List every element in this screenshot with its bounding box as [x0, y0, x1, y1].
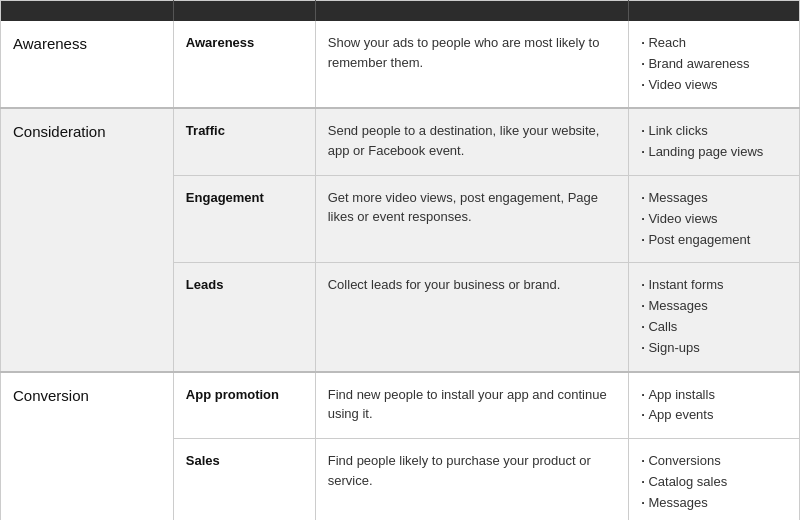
good-for-item: App installs: [641, 385, 787, 406]
table-header-row: [1, 1, 800, 22]
objective-cell: Traffic: [173, 108, 315, 175]
header-stage: [1, 1, 174, 22]
stage-cell: Awareness: [1, 21, 174, 108]
good-for-item: Reach: [641, 33, 787, 54]
objective-cell: Awareness: [173, 21, 315, 108]
good-for-item: Video views: [641, 209, 787, 230]
good-for-item: Messages: [641, 296, 787, 317]
table-row: ConsiderationTrafficSend people to a des…: [1, 108, 800, 175]
campaign-objectives-table: AwarenessAwarenessShow your ads to peopl…: [0, 0, 800, 520]
good-for-item: Link clicks: [641, 121, 787, 142]
good-for-item: Catalog sales: [641, 472, 787, 493]
good-for-item: Calls: [641, 317, 787, 338]
goals-cell: Show your ads to people who are most lik…: [315, 21, 628, 108]
goals-cell: Find people likely to purchase your prod…: [315, 439, 628, 520]
good-for-cell: Link clicksLanding page views: [629, 108, 800, 175]
good-for-item: Conversions: [641, 451, 787, 472]
header-objectives: [173, 1, 315, 22]
good-for-item: Brand awareness: [641, 54, 787, 75]
good-for-cell: ReachBrand awarenessVideo views: [629, 21, 800, 108]
good-for-item: Landing page views: [641, 142, 787, 163]
table-row: AwarenessAwarenessShow your ads to peopl…: [1, 21, 800, 108]
objective-cell: Sales: [173, 439, 315, 520]
good-for-item: Messages: [641, 188, 787, 209]
good-for-item: Instant forms: [641, 275, 787, 296]
goals-cell: Get more video views, post engagement, P…: [315, 175, 628, 262]
good-for-item: Video views: [641, 75, 787, 96]
goals-cell: Collect leads for your business or brand…: [315, 263, 628, 372]
header-good-for: [629, 1, 800, 22]
table-row: ConversionApp promotionFind new people t…: [1, 372, 800, 439]
good-for-cell: Instant formsMessagesCallsSign-ups: [629, 263, 800, 372]
good-for-item: Post engagement: [641, 230, 787, 251]
goals-cell: Send people to a destination, like your …: [315, 108, 628, 175]
good-for-cell: App installsApp events: [629, 372, 800, 439]
objective-cell: App promotion: [173, 372, 315, 439]
good-for-cell: ConversionsCatalog salesMessages: [629, 439, 800, 520]
good-for-item: Messages: [641, 493, 787, 514]
objective-cell: Engagement: [173, 175, 315, 262]
good-for-cell: MessagesVideo viewsPost engagement: [629, 175, 800, 262]
objective-cell: Leads: [173, 263, 315, 372]
goals-cell: Find new people to install your app and …: [315, 372, 628, 439]
stage-cell: Consideration: [1, 108, 174, 371]
stage-cell: Conversion: [1, 372, 174, 520]
header-goals: [315, 1, 628, 22]
good-for-item: App events: [641, 405, 787, 426]
good-for-item: Sign-ups: [641, 338, 787, 359]
